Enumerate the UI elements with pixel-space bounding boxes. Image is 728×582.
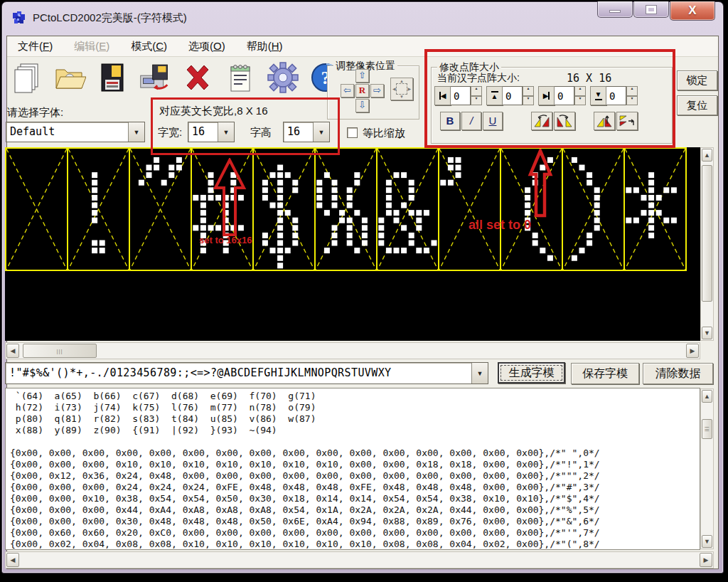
up-arrow-icon: ⇧: [358, 70, 366, 80]
output-area[interactable]: `(64) a(65) b(66) c(67) d(68) e(69) f(70…: [5, 388, 700, 550]
move-down-button[interactable]: ⇩: [355, 99, 369, 112]
settings-icon: [267, 61, 299, 94]
scroll-right-button[interactable]: ▶: [686, 344, 699, 358]
output-text: `(64) a(65) b(66) c(67) d(68) e(69) f(70…: [6, 388, 700, 550]
grid-vertical-scrollbar[interactable]: ▲ ▼: [700, 147, 714, 341]
glyph-cell-5[interactable]: [314, 147, 378, 271]
center-glyph-button[interactable]: ▲▼ ◀▶: [390, 78, 413, 100]
maximize-icon: [646, 6, 656, 14]
right-arrow-icon: ▶: [704, 557, 709, 564]
glyph-cell-0[interactable]: [5, 147, 68, 271]
delete-icon: [181, 61, 214, 94]
chevron-down-icon[interactable]: ▼: [471, 363, 488, 383]
save-as-button[interactable]: [138, 60, 171, 95]
lock-button[interactable]: 锁定: [677, 70, 717, 90]
left-arrow-icon: ◀: [11, 557, 16, 564]
move-right-button[interactable]: ⇨: [370, 84, 384, 97]
generate-font-button[interactable]: 生成字模: [498, 362, 565, 383]
annotation-rect-english-ratio: [151, 97, 340, 155]
font-select-combo[interactable]: Default ▼: [6, 122, 145, 142]
proportional-scale-label: 等比缩放: [363, 127, 405, 140]
right-arrow-icon: ⇨: [373, 85, 381, 95]
open-button[interactable]: [53, 60, 86, 95]
scroll-left-button[interactable]: ◀: [6, 344, 19, 358]
new-button[interactable]: [10, 60, 43, 95]
title-bar: PCtoLCD2002完美版-(字符模式) X: [1, 1, 724, 36]
scroll-thumb[interactable]: [702, 165, 712, 302]
scroll-up-button[interactable]: ▲: [702, 390, 712, 403]
close-icon: X: [688, 4, 696, 18]
right-arrow-icon: ▶: [690, 348, 695, 354]
annotation-arrow-up: [210, 158, 249, 238]
save-font-button[interactable]: 保存字模: [571, 363, 639, 384]
annotation-note-2: all set to 0: [469, 218, 531, 233]
down-arrow-icon: ▼: [704, 330, 710, 337]
scroll-thumb[interactable]: ☰: [702, 419, 712, 439]
report-button[interactable]: [223, 60, 257, 95]
open-icon: [53, 61, 86, 94]
menu-item-4[interactable]: 帮助(H): [236, 36, 294, 57]
down-arrow-icon: ⇩: [358, 100, 366, 110]
bottom-horizontal-scrollbar[interactable]: ◀ ▶: [5, 551, 714, 568]
maximize-button[interactable]: [633, 1, 669, 18]
dashed-box-icon: ▲▼ ◀▶: [396, 83, 407, 95]
glyph-cell-4[interactable]: [252, 147, 316, 271]
screen: PCtoLCD2002完美版-(字符模式) X 文件(F)编辑(E)模式(C)选…: [0, 0, 728, 582]
scroll-right-button[interactable]: ▶: [700, 553, 712, 567]
save-icon: [99, 61, 126, 94]
charset-combo[interactable]: !"#$%&'()*+,-./0123456789:;<=>?@ABCDEFGH…: [5, 362, 488, 384]
font-select-label: 请选择字体:: [7, 106, 63, 120]
menu-item-0[interactable]: 文件(F): [7, 36, 63, 57]
glyph-cell-6[interactable]: [376, 147, 439, 271]
grid-horizontal-scrollbar[interactable]: ◀ ||| ▶: [5, 342, 700, 359]
new-icon: [12, 61, 42, 94]
glyph-cell-10[interactable]: [623, 147, 687, 271]
glyph-cell-9[interactable]: [562, 147, 625, 271]
glyph-grid: [5, 147, 700, 271]
glyph-cell-7[interactable]: [438, 147, 501, 271]
annotation-arrow-up: [526, 149, 555, 218]
left-arrow-icon: ◀: [11, 348, 16, 354]
up-arrow-icon: ▲: [704, 393, 710, 400]
chevron-down-icon[interactable]: ▼: [128, 122, 144, 142]
reset-button[interactable]: 复位: [677, 95, 717, 115]
font-select-value: Default: [6, 122, 128, 142]
scroll-thumb[interactable]: |||: [23, 344, 97, 358]
scroll-left-button[interactable]: ◀: [6, 553, 19, 567]
move-up-button[interactable]: ⇧: [355, 69, 369, 83]
minimize-icon: [609, 10, 621, 13]
charset-value: !"#$%&'()*+,-./0123456789:;<=>?@ABCDEFGH…: [6, 363, 471, 383]
glyph-cell-2[interactable]: [129, 147, 192, 271]
up-arrow-icon: ▲: [704, 152, 710, 159]
annotation-rect-dot-matrix: [424, 49, 675, 148]
annotation-note-1: set to 16x16: [199, 235, 252, 245]
settings-button[interactable]: [266, 60, 299, 95]
pixel-adjust-group: 调整像素位置 ⇧ ⇦ R ⇨ ⇩ ▲▼ ◀▶: [327, 65, 419, 120]
down-arrow-icon: ▼: [704, 539, 710, 545]
toolbar: ?: [10, 60, 342, 95]
glyph-cell-1[interactable]: [67, 147, 130, 271]
save-button[interactable]: [95, 60, 129, 95]
scroll-down-button[interactable]: ▼: [702, 327, 712, 339]
close-button[interactable]: X: [670, 1, 715, 21]
delete-button[interactable]: [181, 60, 214, 95]
scroll-up-button[interactable]: ▲: [702, 149, 712, 162]
move-left-button[interactable]: ⇦: [341, 84, 354, 97]
glyph-grid-area: [5, 147, 700, 341]
menu-item-1[interactable]: 编辑(E): [63, 36, 120, 57]
report-icon: [227, 61, 254, 94]
minimize-button[interactable]: [597, 1, 633, 18]
menu-item-3[interactable]: 选项(O): [178, 36, 236, 57]
window-title: PCtoLCD2002完美版-(字符模式): [33, 11, 187, 25]
proportional-scale-checkbox[interactable]: [347, 127, 358, 138]
scroll-down-button[interactable]: ▼: [702, 535, 712, 548]
left-arrow-icon: ⇦: [343, 85, 351, 95]
output-vertical-scrollbar[interactable]: ▲ ☰ ▼: [700, 388, 714, 549]
reset-position-button[interactable]: R: [355, 84, 369, 97]
app-logo-icon: [11, 10, 27, 26]
save-as-icon: [138, 61, 171, 94]
menu-item-2[interactable]: 模式(C): [120, 36, 178, 57]
clear-data-button[interactable]: 清除数据: [643, 363, 713, 384]
